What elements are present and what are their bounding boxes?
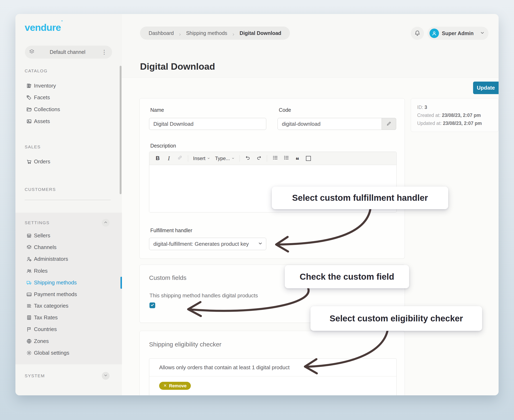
folder-icon: [26, 107, 32, 112]
callout-eligibility-checker: Select custom eligibility checker: [310, 306, 482, 331]
sidebar: vendure° Default channel ⋮ CATALOG SALES…: [15, 14, 122, 395]
section-header-settings: SETTINGS: [25, 220, 50, 225]
name-label: Name: [150, 107, 164, 113]
update-button[interactable]: Update: [473, 82, 499, 94]
sidebar-item-roles[interactable]: Roles: [15, 265, 122, 277]
chevron-up-icon: [103, 220, 108, 225]
kebab-menu-icon[interactable]: ⋮: [100, 49, 108, 55]
vendure-logo: vendure°: [25, 22, 62, 33]
close-icon: [163, 383, 167, 389]
eligibility-heading: Shipping eligibility checker: [149, 341, 222, 348]
admin-app-panel: vendure° Default channel ⋮ CATALOG SALES…: [15, 14, 499, 395]
settings-collapse-button[interactable]: [102, 219, 110, 227]
fulfillment-handler-select[interactable]: digital-fulfillment: Generates product k…: [149, 238, 266, 250]
chevron-down-icon: [231, 157, 235, 160]
italic-button[interactable]: I: [166, 154, 172, 163]
checker-description-row: Allows only orders that contain at least…: [149, 359, 396, 376]
main-content: Dashboard Shipping methods Digital Downl…: [122, 14, 499, 395]
sidebar-item-administrators[interactable]: Administrators: [15, 253, 122, 265]
bell-icon: [414, 30, 421, 37]
blockquote-icon: ❝: [295, 159, 299, 161]
undo-icon: [245, 155, 251, 162]
redo-icon: [256, 155, 262, 162]
user-name: Super Admin: [442, 30, 477, 36]
sidebar-divider: [25, 200, 111, 200]
sidebar-item-zones[interactable]: Zones: [15, 335, 122, 347]
bold-button[interactable]: B: [155, 154, 161, 163]
globe-icon: [26, 338, 32, 344]
chevron-right-icon: [232, 31, 235, 35]
sidebar-item-sellers[interactable]: Sellers: [15, 230, 122, 241]
store-icon: [26, 233, 32, 238]
code-label: Code: [279, 107, 291, 113]
layers-icon: [26, 245, 32, 250]
eligibility-checker-card: Shipping eligibility checker Allows only…: [139, 331, 405, 395]
undo-button[interactable]: [245, 154, 251, 163]
sidebar-item-orders[interactable]: Orders: [15, 156, 122, 167]
callout-custom-field: Check the custom field: [285, 265, 409, 288]
sidebar-item-collections[interactable]: Collections: [15, 104, 122, 115]
breadcrumb-shipping-methods[interactable]: Shipping methods: [186, 30, 227, 36]
sidebar-item-assets[interactable]: Assets: [15, 115, 122, 127]
books-icon: [26, 83, 32, 89]
name-input[interactable]: [149, 118, 266, 130]
chevron-down-icon: [480, 30, 485, 36]
details-card: Name Code Description B I: [139, 98, 405, 259]
id-label: ID:: [417, 105, 423, 110]
layers-icon: [29, 49, 35, 55]
sidebar-item-tax-categories[interactable]: Tax categories: [15, 300, 122, 312]
checker-actions-row: Remove: [149, 376, 396, 395]
toolbar-separator: [239, 155, 240, 162]
chevron-down-icon: [103, 373, 108, 378]
card-icon: [26, 292, 32, 297]
sidebar-item-inventory[interactable]: Inventory: [15, 80, 122, 92]
toolbar-separator: [267, 155, 267, 162]
link-button[interactable]: [177, 154, 183, 163]
callout-fulfillment-handler: Select custom fulfillment handler: [272, 187, 448, 209]
digital-products-checkbox[interactable]: [149, 302, 155, 308]
ordered-list-button[interactable]: [283, 154, 289, 163]
admin-icon: [26, 256, 32, 262]
sidebar-item-facets[interactable]: Facets: [15, 92, 122, 103]
section-header-catalog: CATALOG: [25, 68, 47, 73]
code-input[interactable]: [277, 118, 382, 130]
custom-fields-heading: Custom fields: [149, 274, 186, 281]
channel-selector[interactable]: Default channel ⋮: [25, 46, 112, 59]
bullet-list-icon: [272, 155, 278, 162]
image-icon: [26, 119, 32, 124]
created-at-value: 23/08/23, 2:07 pm: [442, 112, 481, 118]
user-menu[interactable]: Super Admin: [427, 27, 489, 40]
blockquote-button[interactable]: ❝: [294, 153, 300, 164]
sidebar-item-tax-rates[interactable]: Tax Rates: [15, 312, 122, 323]
avatar: [430, 29, 439, 38]
remove-checker-button[interactable]: Remove: [159, 382, 191, 390]
system-expand-button[interactable]: [102, 372, 110, 380]
sidebar-item-channels[interactable]: Channels: [15, 241, 122, 253]
sidebar-item-global-settings[interactable]: Global settings: [15, 347, 122, 359]
insert-menu-button[interactable]: Insert: [193, 156, 210, 161]
description-label: Description: [150, 143, 176, 149]
bullet-list-button[interactable]: [272, 154, 278, 163]
flag-icon: [26, 327, 32, 332]
html-block-icon: [306, 156, 311, 161]
updated-at-value: 23/08/23, 2:07 pm: [443, 121, 482, 126]
code-input-group: [277, 118, 396, 130]
html-block-button[interactable]: [305, 154, 312, 163]
sidebar-item-shipping-methods[interactable]: Shipping methods: [15, 277, 122, 288]
list-icon: [26, 303, 32, 309]
pencil-icon: [386, 121, 392, 127]
notifications-button[interactable]: [411, 27, 424, 40]
type-menu-button[interactable]: Type...: [215, 156, 235, 161]
breadcrumb-current: Digital Download: [239, 30, 281, 36]
id-value: 3: [425, 105, 427, 110]
calculator-icon: [26, 315, 32, 320]
section-header-customers: CUSTOMERS: [25, 187, 56, 192]
redo-button[interactable]: [256, 154, 262, 163]
roles-icon: [26, 268, 32, 274]
gear-icon: [26, 350, 32, 356]
breadcrumb-dashboard[interactable]: Dashboard: [149, 30, 174, 36]
sidebar-item-payment-methods[interactable]: Payment methods: [15, 288, 122, 300]
edit-code-button[interactable]: [382, 118, 396, 130]
fulfillment-handler-label: Fulfillment handler: [150, 227, 192, 233]
sidebar-item-countries[interactable]: Countries: [15, 323, 122, 335]
